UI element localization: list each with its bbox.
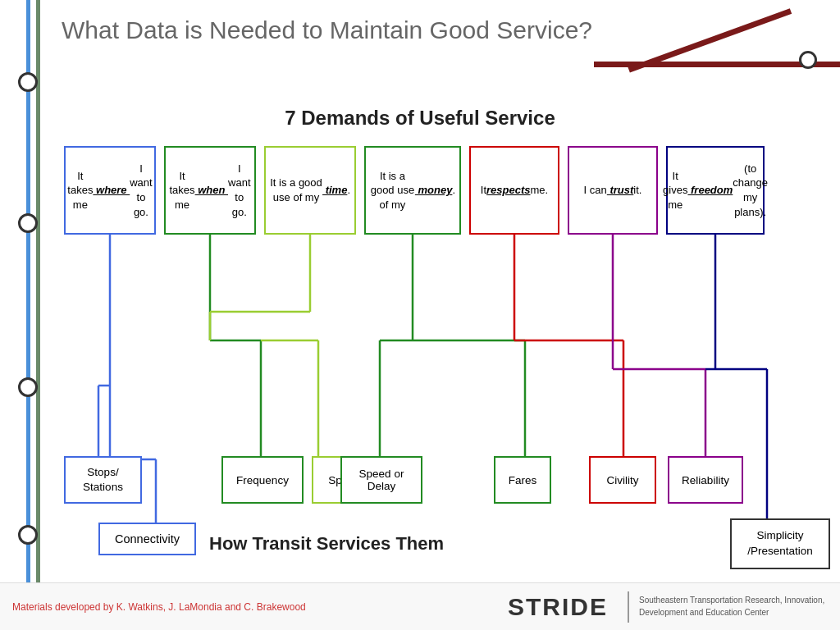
rail-circle-1 (18, 72, 38, 92)
box-freedom: It gives me freedom (to change my plans)… (666, 146, 765, 235)
box-when: It takes me when I want to go. (164, 146, 256, 235)
bb-reliability: Reliability (668, 456, 743, 504)
box-time: It is a good use of my time. (264, 146, 356, 235)
box-where: It takes me where I want to go. (64, 146, 156, 235)
bb-civility: Civility (589, 456, 656, 504)
red-line-circle (799, 51, 817, 69)
footer-divider (628, 591, 629, 623)
footer-credits: Materials developed by K. Watkins, J. La… (12, 601, 508, 613)
footer-stride: STRIDE (508, 593, 608, 621)
connectivity-box: Connectivity (98, 523, 196, 555)
bb-frequency: Frequency (221, 456, 304, 504)
footer: Materials developed by K. Watkins, J. La… (0, 582, 840, 630)
simplicity-box: Simplicity/Presentation (730, 518, 830, 569)
footer-description: Southeastern Transportation Research, In… (639, 595, 828, 619)
box-trust: I can trust it. (568, 146, 658, 235)
rail-circle-2 (18, 213, 38, 233)
subtitle: 7 Demands of Useful Service (0, 107, 840, 130)
rail-circle-3 (18, 377, 38, 397)
box-money: It is a good use of my money. (364, 146, 461, 235)
main-title: What Data is Needed to Maintain Good Ser… (62, 16, 592, 44)
bb-fares: Fares (494, 456, 551, 504)
how-transit-label: How Transit Services Them (209, 533, 444, 555)
bb-speed-or-delay: Speed or Delay (340, 456, 422, 504)
bb-stops: Stops/Stations (64, 456, 142, 504)
rail-circle-4 (18, 525, 38, 545)
box-respects: It respects me. (469, 146, 559, 235)
